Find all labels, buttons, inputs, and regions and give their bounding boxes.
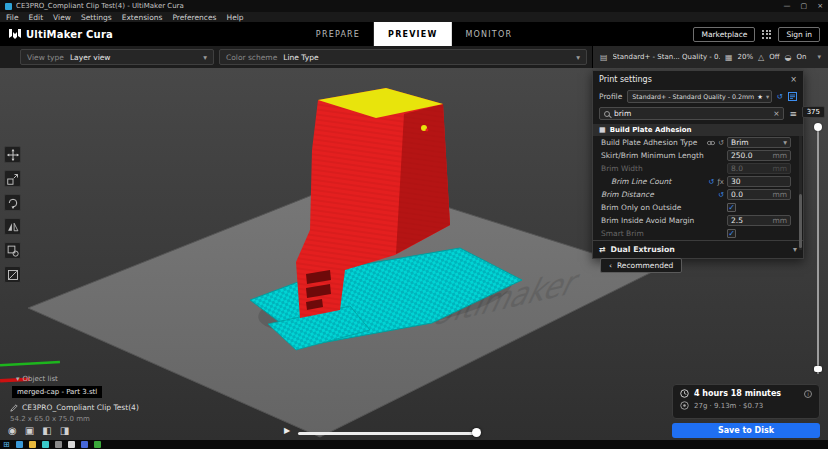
simulation-scrubber[interactable]	[298, 432, 478, 435]
support-blocker-icon	[7, 269, 19, 281]
menu-view[interactable]: View	[53, 13, 71, 22]
minimize-icon[interactable]: —	[784, 2, 791, 10]
search-input[interactable]	[614, 109, 769, 118]
menu-settings[interactable]: Settings	[81, 13, 112, 22]
view-type-value: Layer view	[70, 53, 111, 62]
infill-icon: ▦	[725, 53, 733, 62]
stage-monitor[interactable]: MONITOR	[451, 22, 526, 46]
layer-slider[interactable]	[817, 124, 819, 374]
taskbar-app-icon[interactable]	[68, 441, 75, 448]
search-icon	[604, 111, 610, 117]
taskbar-app-icon[interactable]	[42, 441, 49, 448]
print-setup-selector[interactable]: ▤ Standard+ - Stan... Quality - 0.2mm ▦ …	[592, 46, 828, 68]
chevron-down-icon: ▾	[787, 245, 797, 254]
layer-number-badge: 375	[802, 106, 825, 118]
scale-icon	[7, 173, 19, 185]
color-scheme-dropdown[interactable]: Color scheme Line Type ▾	[219, 49, 587, 65]
menu-edit[interactable]: Edit	[29, 13, 44, 22]
play-icon[interactable]: ▶	[284, 426, 290, 435]
taskbar-app-icon[interactable]	[29, 441, 36, 448]
view-3d-icon[interactable]: ◉	[8, 425, 17, 436]
brim-inside-avoid-margin-input[interactable]: 2.5 mm	[727, 215, 791, 226]
skirt-brim-minimum-length-input[interactable]: 250.0 mm	[727, 150, 791, 161]
close-icon[interactable]: ×	[817, 2, 823, 10]
simulation-scrubber-handle[interactable]	[472, 428, 481, 437]
object-list-toggle[interactable]: ▾ Object list	[16, 375, 58, 383]
revert-icon[interactable]: ↺	[718, 139, 724, 147]
project-name-row[interactable]: CE3PRO_Compliant Clip Test(4)	[10, 403, 139, 412]
section-header-build-plate-adhesion[interactable]: ▦ Build Plate Adhesion	[593, 124, 803, 136]
viewport: Ultimaker	[0, 68, 828, 440]
chevron-down-icon: ▾	[197, 53, 207, 62]
menu-preferences[interactable]: Preferences	[172, 13, 216, 22]
view-side-icon[interactable]: ◨	[60, 425, 69, 436]
brim-only-on-outside-checkbox[interactable]: ✓	[727, 203, 736, 212]
mirror-tool-button[interactable]	[4, 218, 21, 235]
scale-tool-button[interactable]	[4, 170, 21, 187]
settings-search-box[interactable]: ×	[599, 107, 784, 120]
per-model-settings-icon	[7, 245, 19, 257]
settings-visibility-menu-icon[interactable]: ≡	[789, 109, 797, 119]
recommended-mode-button[interactable]: ‹ Recommended	[600, 258, 682, 273]
taskbar-app-icon[interactable]	[94, 441, 101, 448]
clear-search-icon[interactable]: ×	[773, 109, 779, 118]
titlebar: CE3PRO_Compliant Clip Test(4) - UltiMake…	[0, 0, 828, 12]
print-time-estimate: 4 hours 18 minutes	[694, 389, 781, 398]
save-to-disk-button[interactable]: Save to Disk	[672, 423, 820, 438]
settings-list: Build Plate Adhesion Type ↺ Brim ▾	[593, 136, 803, 240]
setting-row: Brim Distance ↺ 0.0 mm	[593, 188, 803, 201]
rotate-tool-button[interactable]	[4, 194, 21, 211]
object-list-item[interactable]: merged-cap - Part 3.stl	[12, 386, 102, 398]
brim-width-input[interactable]: 8.0 mm	[727, 163, 791, 174]
stage-preview[interactable]: PREVIEW	[374, 22, 451, 46]
adhesion-type-dropdown[interactable]: Brim ▾	[727, 137, 791, 148]
view-front-icon[interactable]: ▣	[25, 425, 34, 436]
menu-extensions[interactable]: Extensions	[122, 13, 163, 22]
setting-row: Build Plate Adhesion Type ↺ Brim ▾	[593, 136, 803, 149]
applications-grid-icon[interactable]	[762, 30, 771, 39]
chevron-down-icon: ▾	[766, 93, 769, 100]
taskbar-app-icon[interactable]	[81, 441, 88, 448]
chevron-down-icon: ▾	[783, 138, 787, 147]
brim-line-count-input[interactable]: 30	[727, 176, 791, 187]
material-spool-icon	[680, 401, 689, 410]
info-icon[interactable]: i	[804, 390, 812, 398]
settings-scrollbar[interactable]	[799, 136, 802, 250]
smart-brim-checkbox[interactable]: ✓	[727, 229, 736, 238]
support-blocker-button[interactable]	[4, 266, 21, 283]
print-job-summary: 4 hours 18 minutes i 27g · 9.13m · $0.73	[672, 384, 820, 419]
per-model-settings-button[interactable]	[4, 242, 21, 259]
stage-prepare[interactable]: PREPARE	[302, 22, 374, 46]
formula-icon[interactable]: ƒx	[717, 178, 724, 186]
close-icon[interactable]: ×	[790, 75, 797, 84]
profile-layers-icon: ▤	[600, 53, 608, 62]
profile-overrides-icon[interactable]	[788, 92, 797, 101]
profile-value: Standard+ - Standard Quality - 0.2mm	[632, 93, 754, 100]
move-tool-button[interactable]	[4, 146, 21, 163]
taskbar-app-icon[interactable]	[55, 441, 62, 448]
layer-slider-top-handle[interactable]	[814, 123, 822, 131]
view-top-icon[interactable]: ◧	[42, 425, 51, 436]
windows-start-icon[interactable]: ⊞	[3, 441, 10, 448]
section-dual-extrusion[interactable]: ⇄ Dual Extrusion ▾	[593, 240, 803, 258]
sign-in-button[interactable]: Sign in	[778, 27, 820, 42]
dual-extrusion-icon: ⇄	[599, 245, 606, 254]
view-type-dropdown[interactable]: View type Layer view ▾	[20, 49, 214, 65]
layer-slider-bottom-handle[interactable]	[814, 366, 822, 372]
menu-file[interactable]: File	[6, 13, 19, 22]
brim-distance-input[interactable]: 0.0 mm	[727, 189, 791, 200]
rotate-icon	[7, 197, 19, 209]
setting-row: Smart Brim ✓	[593, 227, 803, 240]
revert-icon[interactable]: ↺	[718, 191, 724, 199]
reset-profile-icon[interactable]: ↺	[777, 92, 783, 101]
app-header: UltiMaker Cura PREPARE PREVIEW MONITOR M…	[0, 22, 828, 46]
maximize-icon[interactable]: ▢	[801, 2, 808, 10]
revert-icon[interactable]: ↺	[709, 178, 715, 186]
color-scheme-label: Color scheme	[226, 53, 277, 62]
profile-dropdown[interactable]: Standard+ - Standard Quality - 0.2mm ★ ▾	[627, 90, 771, 103]
taskbar-app-icon[interactable]	[16, 441, 23, 448]
move-icon	[7, 149, 19, 161]
star-icon[interactable]: ★	[757, 93, 763, 100]
menu-help[interactable]: Help	[227, 13, 244, 22]
marketplace-button[interactable]: Marketplace	[693, 27, 755, 42]
